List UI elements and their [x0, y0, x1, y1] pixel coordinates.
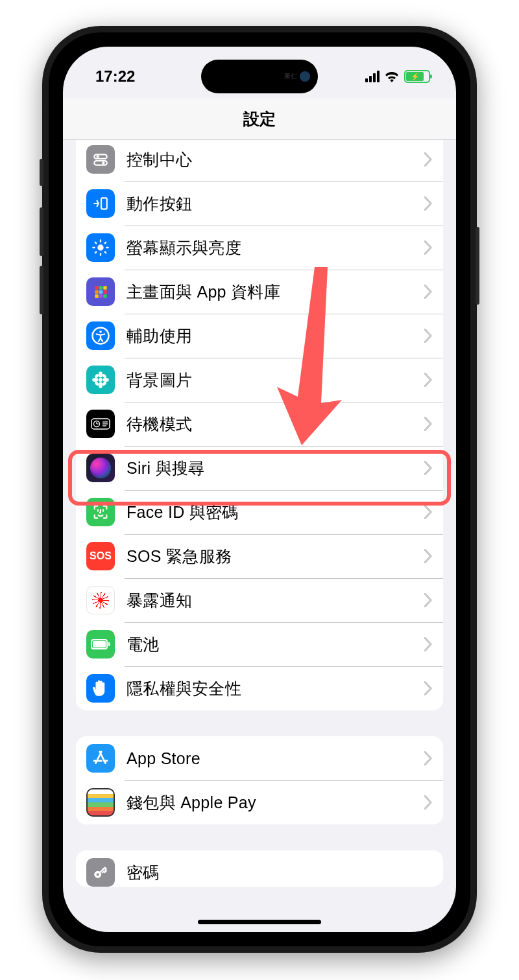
settings-item-sos[interactable]: SOS SOS 緊急服務 — [76, 534, 443, 578]
svg-point-32 — [102, 381, 107, 386]
svg-point-28 — [103, 378, 109, 382]
settings-item-label: 隱私權與安全性 — [127, 678, 424, 699]
settings-item-standby[interactable]: 待機模式 — [76, 402, 443, 446]
phone-action-button — [40, 159, 43, 186]
svg-point-1 — [97, 156, 99, 158]
settings-item-appstore[interactable]: App Store — [76, 736, 443, 780]
navigation-header: 設定 — [63, 99, 456, 140]
svg-rect-2 — [94, 161, 107, 165]
brightness-icon — [86, 233, 115, 262]
svg-point-30 — [102, 373, 107, 379]
chevron-right-icon — [424, 795, 433, 810]
settings-item-wallpaper[interactable]: 背景圖片 — [76, 358, 443, 402]
cellular-signal-icon — [365, 71, 380, 82]
chevron-right-icon — [424, 681, 433, 695]
svg-rect-14 — [99, 286, 103, 289]
settings-item-label: 控制中心 — [127, 149, 424, 170]
sos-icon: SOS — [86, 542, 115, 570]
settings-item-label: 動作按鈕 — [127, 193, 424, 215]
chevron-right-icon — [424, 240, 433, 255]
settings-item-control-center[interactable]: 控制中心 — [76, 140, 443, 181]
svg-point-4 — [97, 244, 103, 250]
settings-item-privacy[interactable]: 隱私權與安全性 — [76, 666, 443, 710]
phone-frame: 果仁 17:22 ⚡ 設定 — [42, 26, 477, 953]
svg-line-12 — [105, 242, 106, 244]
svg-rect-15 — [103, 286, 106, 289]
page-title: 設定 — [243, 108, 276, 130]
action-button-icon — [86, 189, 115, 218]
chevron-right-icon — [424, 461, 433, 475]
settings-item-label: 暴露通知 — [127, 590, 424, 611]
settings-item-accessibility[interactable]: 輔助使用 — [76, 314, 443, 358]
chevron-right-icon — [424, 505, 433, 519]
hand-icon — [86, 674, 115, 703]
svg-point-27 — [92, 378, 98, 382]
chevron-right-icon — [424, 751, 433, 765]
svg-point-24 — [99, 378, 103, 382]
settings-item-label: 背景圖片 — [127, 369, 424, 391]
svg-rect-20 — [99, 294, 103, 298]
settings-group-store: App Store 錢包與 Apple Pay — [76, 736, 443, 824]
settings-item-battery[interactable]: 電池 — [76, 622, 443, 666]
settings-item-faceid[interactable]: Face ID 與密碼 — [76, 490, 443, 534]
clock-icon — [86, 410, 115, 438]
settings-item-label: 待機模式 — [127, 414, 424, 435]
settings-item-label: Face ID 與密碼 — [127, 502, 424, 523]
svg-point-31 — [94, 381, 99, 386]
dynamic-island: 果仁 — [201, 60, 318, 93]
svg-rect-0 — [94, 154, 107, 159]
wifi-icon — [384, 71, 400, 82]
svg-rect-21 — [103, 294, 106, 298]
svg-point-25 — [99, 371, 103, 377]
wallet-icon — [86, 788, 115, 817]
settings-item-label: 螢幕顯示與亮度 — [127, 237, 424, 259]
home-indicator[interactable] — [198, 920, 321, 924]
phone-volume-down — [40, 266, 43, 314]
chevron-right-icon — [424, 593, 433, 607]
svg-point-23 — [99, 331, 102, 333]
chevron-right-icon — [424, 637, 433, 651]
flower-icon — [86, 366, 115, 394]
settings-item-label: 錢包與 Apple Pay — [127, 792, 424, 813]
battery-charging-icon: ⚡ — [404, 70, 430, 83]
settings-item-wallet[interactable]: 錢包與 Apple Pay — [76, 780, 443, 824]
svg-point-46 — [97, 873, 99, 876]
chevron-right-icon — [424, 417, 433, 431]
settings-item-label: Siri 與搜尋 — [127, 458, 424, 479]
settings-item-label: SOS 緊急服務 — [127, 546, 424, 567]
svg-rect-43 — [93, 641, 106, 648]
island-hint-text: 果仁 — [284, 72, 297, 81]
siri-icon — [86, 454, 115, 482]
settings-item-label: 密碼 — [127, 862, 433, 883]
svg-rect-19 — [95, 294, 98, 298]
chevron-right-icon — [424, 152, 433, 167]
settings-item-siri[interactable]: Siri 與搜尋 — [76, 446, 443, 490]
sos-text: SOS — [90, 550, 112, 562]
settings-item-label: 主畫面與 App 資料庫 — [127, 281, 424, 303]
svg-point-26 — [99, 382, 103, 388]
settings-item-passwords[interactable]: 密碼 — [76, 850, 443, 887]
settings-item-display[interactable]: 螢幕顯示與亮度 — [76, 226, 443, 270]
status-time: 17:22 — [95, 67, 135, 86]
svg-rect-44 — [108, 642, 110, 646]
settings-scroll-area[interactable]: 控制中心 動作按鈕 螢幕顯示與亮度 — [63, 140, 456, 932]
svg-point-3 — [102, 161, 104, 164]
chevron-right-icon — [424, 329, 433, 343]
phone-screen: 果仁 17:22 ⚡ 設定 — [63, 47, 456, 932]
svg-rect-13 — [95, 286, 98, 289]
settings-item-home-screen[interactable]: 主畫面與 App 資料庫 — [76, 270, 443, 314]
settings-item-action-button[interactable]: 動作按鈕 — [76, 181, 443, 226]
settings-item-exposure[interactable]: 暴露通知 — [76, 578, 443, 622]
svg-rect-17 — [99, 290, 103, 294]
exposure-icon — [86, 586, 115, 614]
settings-group-passwords: 密碼 — [76, 850, 443, 887]
svg-rect-16 — [95, 290, 98, 294]
battery-icon — [86, 630, 115, 659]
toggles-icon — [86, 145, 115, 174]
island-indicator-dot — [300, 71, 310, 82]
accessibility-icon — [86, 321, 115, 350]
chevron-right-icon — [424, 196, 433, 211]
key-icon — [86, 858, 115, 887]
svg-point-29 — [94, 373, 99, 379]
chevron-right-icon — [424, 285, 433, 299]
